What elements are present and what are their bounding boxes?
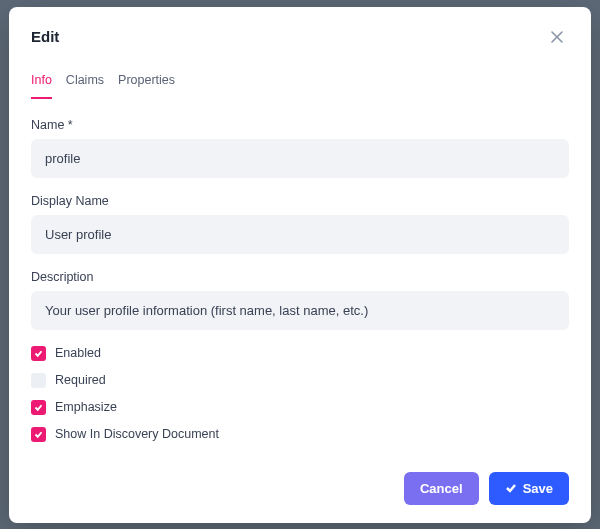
tab-bar: Info Claims Properties	[9, 59, 591, 100]
check-discovery-label: Show In Discovery Document	[55, 427, 219, 441]
description-label: Description	[31, 270, 569, 284]
close-icon	[549, 29, 565, 45]
check-emphasize[interactable]	[31, 400, 46, 415]
check-icon	[34, 349, 43, 358]
field-name: Name *	[31, 118, 569, 178]
tab-properties[interactable]: Properties	[118, 69, 175, 99]
modal-title: Edit	[31, 28, 59, 45]
close-button[interactable]	[545, 25, 569, 49]
check-required-label: Required	[55, 373, 106, 387]
field-description: Description	[31, 270, 569, 330]
check-icon	[505, 482, 517, 494]
check-enabled[interactable]	[31, 346, 46, 361]
field-display-name: Display Name	[31, 194, 569, 254]
form-area: Name * Display Name Description Enabled …	[9, 100, 591, 458]
edit-modal: Edit Info Claims Properties Name * Displ…	[9, 7, 591, 523]
save-button[interactable]: Save	[489, 472, 569, 505]
save-button-label: Save	[523, 481, 553, 496]
check-emphasize-row: Emphasize	[31, 400, 569, 415]
check-enabled-row: Enabled	[31, 346, 569, 361]
check-discovery[interactable]	[31, 427, 46, 442]
display-name-input[interactable]	[31, 215, 569, 254]
check-icon	[34, 430, 43, 439]
check-discovery-row: Show In Discovery Document	[31, 427, 569, 442]
check-enabled-label: Enabled	[55, 346, 101, 360]
modal-footer: Cancel Save	[9, 458, 591, 523]
cancel-button[interactable]: Cancel	[404, 472, 479, 505]
display-name-label: Display Name	[31, 194, 569, 208]
tab-info[interactable]: Info	[31, 69, 52, 99]
tab-claims[interactable]: Claims	[66, 69, 104, 99]
check-icon	[34, 403, 43, 412]
check-emphasize-label: Emphasize	[55, 400, 117, 414]
check-required[interactable]	[31, 373, 46, 388]
check-required-row: Required	[31, 373, 569, 388]
checkbox-group: Enabled Required Emphasize Show In Disco…	[31, 346, 569, 442]
description-input[interactable]	[31, 291, 569, 330]
name-input[interactable]	[31, 139, 569, 178]
name-label: Name *	[31, 118, 569, 132]
modal-header: Edit	[9, 7, 591, 59]
